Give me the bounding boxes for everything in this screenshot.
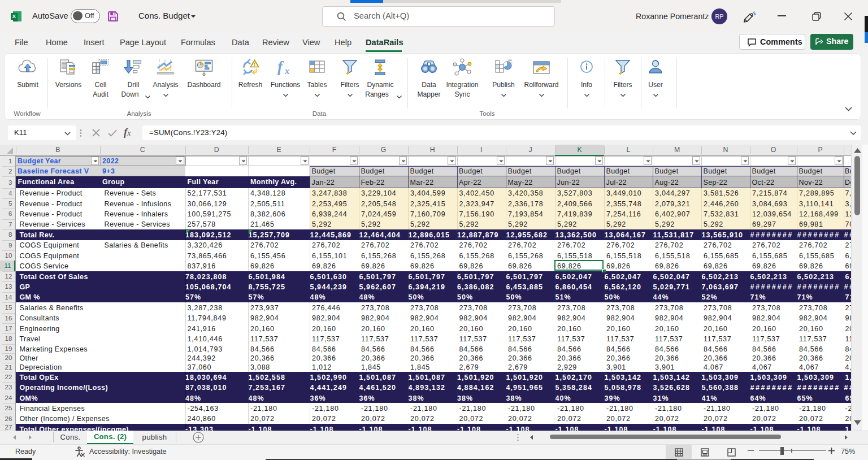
svg-text:f: f: [277, 58, 284, 75]
svg-text:x: x: [284, 66, 290, 76]
svg-text:X: X: [12, 13, 16, 19]
